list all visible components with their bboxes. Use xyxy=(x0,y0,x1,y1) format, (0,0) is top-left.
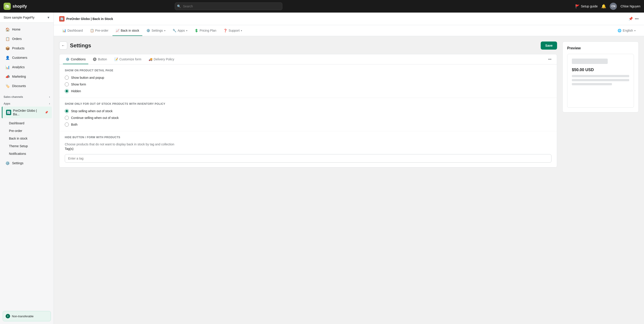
show-on-product-section: SHOW ON PRODUCT DETAIL PAGE Show button … xyxy=(60,64,557,98)
radio-show-form[interactable]: Show form xyxy=(65,82,552,86)
radio-both-input[interactable] xyxy=(65,122,69,126)
back-button[interactable]: ← xyxy=(59,42,67,50)
non-transferable-badge: i Non-transferable xyxy=(3,311,51,321)
store-selector[interactable]: Store sample PageFly ▼ xyxy=(0,13,54,23)
tab-english-label: English xyxy=(623,29,633,32)
sidebar-item-label: Discounts xyxy=(12,84,26,88)
radio-stop-selling[interactable]: Stop selling when out of stock xyxy=(65,109,552,113)
radio-stop-selling-input[interactable] xyxy=(65,109,69,113)
sidebar-item-home[interactable]: 🏠 Home xyxy=(2,25,52,34)
tab-settings[interactable]: ⚙️ Settings ▾ xyxy=(143,25,168,36)
sidebar-item-customers[interactable]: 👤 Customers xyxy=(2,53,52,62)
sidebar-item-marketing[interactable]: 📣 Marketing xyxy=(2,72,52,81)
sidebar-item-products[interactable]: 📦 Products xyxy=(2,44,52,53)
preview-line-1 xyxy=(572,75,629,77)
preview-panel: Preview $50.00 USD xyxy=(562,42,638,318)
tab-apps-label: Apps xyxy=(178,29,185,32)
radio-continue-selling-input[interactable] xyxy=(65,116,69,120)
card-tab-conditions[interactable]: ⚙️ Conditions xyxy=(63,54,88,64)
tab-apps[interactable]: 🔧 Apps ▾ xyxy=(170,25,190,36)
shopify-logo[interactable]: 🛍 shopify xyxy=(4,3,27,10)
sidebar-item-dashboard[interactable]: Dashboard xyxy=(7,120,52,127)
tab-dashboard[interactable]: 📊 Dashboard xyxy=(59,25,86,36)
sidebar-item-settings[interactable]: ⚙️ Settings xyxy=(2,159,52,168)
tab-english[interactable]: 🌐 English ▾ xyxy=(614,25,638,36)
products-icon: 📦 xyxy=(6,46,10,51)
hide-button-section: HIDE BUTTON / FORM WITH PRODUCTS Choose … xyxy=(60,131,557,168)
sidebar-item-backinstock[interactable]: Back in stock xyxy=(7,135,52,142)
radio-hidden-label: Hidden xyxy=(71,89,81,93)
sidebar-item-label: Products xyxy=(12,46,24,50)
settings-card-tabs: ⚙️ Conditions 🔘 Button 📝 Customize form xyxy=(60,54,557,64)
search-input[interactable] xyxy=(175,3,282,10)
customers-icon: 👤 xyxy=(6,55,10,60)
tab-pricing[interactable]: 💲 Pricing Plan xyxy=(191,25,220,36)
radio-show-button-popup-label: Show button and popup xyxy=(71,76,104,79)
button-tab-icon: 🔘 xyxy=(93,57,96,61)
show-on-product-radio-group: Show button and popup Show form Hidden xyxy=(65,76,552,93)
sales-channels-label[interactable]: Sales channels › xyxy=(0,93,54,99)
sidebar-item-discounts[interactable]: 🏷️ Discounts xyxy=(2,81,52,90)
user-name: Chloe Nguyen xyxy=(620,5,640,8)
radio-continue-selling[interactable]: Continue selling when out of stock xyxy=(65,116,552,120)
sidebar-item-label: Marketing xyxy=(12,75,26,78)
search-icon: 🔍 xyxy=(177,5,181,8)
preview-line-3 xyxy=(572,83,612,85)
support-tab-icon: ❓ xyxy=(224,29,227,32)
radio-show-button-popup[interactable]: Show button and popup xyxy=(65,76,552,80)
english-dropdown-icon: ▾ xyxy=(634,29,636,32)
delivery-policy-tab-label: Delivery Policy xyxy=(154,57,174,61)
notifications-button[interactable]: 🔔 xyxy=(601,4,606,9)
radio-show-form-input[interactable] xyxy=(65,82,69,86)
support-dropdown-icon: ▾ xyxy=(241,29,242,32)
radio-show-button-popup-input[interactable] xyxy=(65,76,69,80)
save-button[interactable]: Save xyxy=(541,42,557,50)
tab-backinstock[interactable]: 📈 Back in stock xyxy=(112,25,142,36)
sidebar-item-preorder[interactable]: Pre-order xyxy=(7,127,52,134)
sidebar-item-analytics[interactable]: 📊 Analytics xyxy=(2,63,52,72)
card-tab-customize-form[interactable]: 📝 Customize form xyxy=(112,54,144,64)
sidebar-item-preorder-globo[interactable]: 🔄 PreOrder Globo | Ba... 📌 xyxy=(2,107,52,118)
apps-dropdown-icon: ▾ xyxy=(186,29,187,32)
store-name: Store sample PageFly xyxy=(4,16,34,19)
topbar: 🛍 shopify 🔍 🚩 Setup guide 🔔 CN Chloe Ngu… xyxy=(0,0,644,13)
app-header: 🔄 PreOrder Globo | Back in Stock 📌 ••• xyxy=(54,13,644,25)
pin-icon: 📌 xyxy=(45,111,48,114)
main-nav: 🏠 Home 📋 Orders 📦 Products 👤 Customers 📊… xyxy=(0,23,54,93)
sidebar-item-label: Home xyxy=(12,28,20,31)
preorder-tab-icon: 📋 xyxy=(90,29,94,32)
card-tab-delivery-policy[interactable]: 🚚 Delivery Policy xyxy=(146,54,177,64)
more-button[interactable]: ••• xyxy=(635,17,638,21)
delivery-policy-tab-icon: 🚚 xyxy=(148,57,152,61)
settings-card: ⚙️ Conditions 🔘 Button 📝 Customize form xyxy=(59,54,557,168)
sidebar-item-themesetup[interactable]: Theme Setup xyxy=(7,142,52,150)
button-tab-label: Button xyxy=(98,57,107,61)
radio-both[interactable]: Both xyxy=(65,122,552,126)
tab-preorder[interactable]: 📋 Pre-order xyxy=(87,25,112,36)
more-tabs-button[interactable]: ••• xyxy=(546,56,553,63)
main-content: 🔄 PreOrder Globo | Back in Stock 📌 ••• 📊… xyxy=(54,13,644,324)
show-on-product-title: SHOW ON PRODUCT DETAIL PAGE xyxy=(65,69,552,72)
app-header-right: 📌 ••• xyxy=(628,17,638,21)
conditions-tab-icon: ⚙️ xyxy=(66,57,70,61)
tab-pricing-label: Pricing Plan xyxy=(200,29,216,32)
radio-hidden-input[interactable] xyxy=(65,89,69,93)
orders-icon: 📋 xyxy=(6,37,10,41)
sidebar-item-orders[interactable]: 📋 Orders xyxy=(2,34,52,43)
app-title: PreOrder Globo | Back in Stock xyxy=(66,17,113,21)
avatar[interactable]: CN xyxy=(610,3,617,10)
sidebar-item-notifications[interactable]: Notifications xyxy=(7,150,52,157)
shopify-logo-text: shopify xyxy=(12,4,27,9)
shopify-logo-icon: 🛍 xyxy=(4,3,11,10)
tag-input[interactable] xyxy=(65,154,552,163)
show-only-out-of-stock-title: SHOW ONLY FOR OUT OF STOCK PRODUCTS WITH… xyxy=(65,102,552,105)
customize-form-tab-icon: 📝 xyxy=(114,57,118,61)
apps-section-label[interactable]: Apps › xyxy=(0,99,54,106)
card-tab-button[interactable]: 🔘 Button xyxy=(90,54,110,64)
setup-guide-button[interactable]: 🚩 Setup guide xyxy=(575,4,598,9)
radio-hidden[interactable]: Hidden xyxy=(65,89,552,93)
pin-button[interactable]: 📌 xyxy=(628,17,633,21)
preorder-globo-label: PreOrder Globo | Ba... xyxy=(13,109,43,116)
tab-support[interactable]: ❓ Support ▾ xyxy=(220,25,245,36)
settings-label: Settings xyxy=(12,161,24,165)
